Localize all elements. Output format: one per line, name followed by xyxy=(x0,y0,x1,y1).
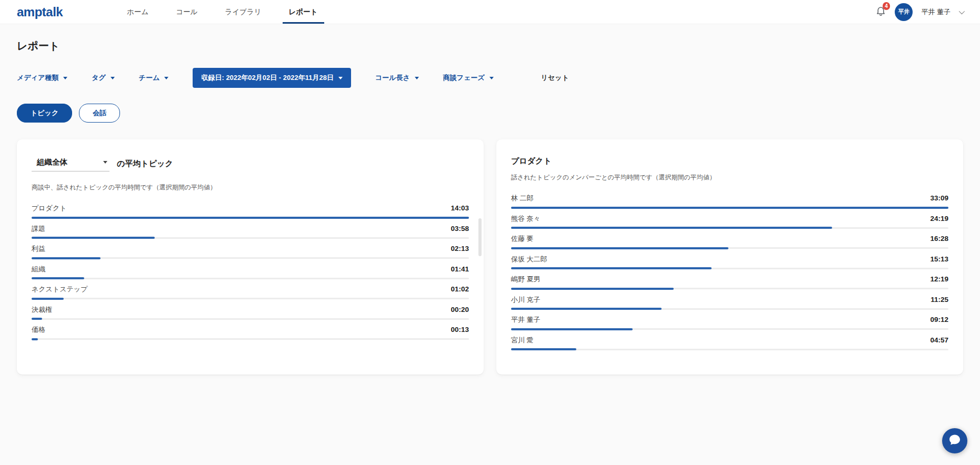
member-row[interactable]: 林 二郎 33:09 xyxy=(511,194,948,208)
topic-row[interactable]: プロダクト 14:03 xyxy=(32,204,469,218)
reset-filters-button[interactable]: リセット xyxy=(541,73,569,83)
chevron-down-icon xyxy=(103,161,107,164)
topic-time: 01:41 xyxy=(451,265,469,273)
progress-bar xyxy=(511,247,728,249)
nav-item-reports[interactable]: レポート xyxy=(275,0,332,24)
main-nav: ホーム コール ライブラリ レポート xyxy=(113,0,331,24)
topic-members-card: プロダクト 話されたトピックのメンバーごとの平均時間です（選択期間の平均値） 林… xyxy=(496,139,963,375)
progress-bar xyxy=(32,338,38,340)
topic-row[interactable]: 決裁権 00:20 xyxy=(32,305,469,320)
chevron-down-icon xyxy=(63,77,67,79)
topic-row[interactable]: ネクストステップ 01:02 xyxy=(32,285,469,299)
topic-members-subtitle: 話されたトピックのメンバーごとの平均時間です（選択期間の平均値） xyxy=(511,173,948,182)
filter-date-range[interactable]: 収録日: 2022年02月02日 - 2022年11月28日 xyxy=(193,68,351,88)
nav-item-calls[interactable]: コール xyxy=(162,0,211,24)
progress-track xyxy=(511,247,948,249)
chevron-down-icon xyxy=(338,77,343,79)
member-row[interactable]: 宮川 愛 04:57 xyxy=(511,336,948,350)
filter-tag[interactable]: タグ xyxy=(92,73,115,83)
topic-time: 00:13 xyxy=(451,326,469,333)
topic-row[interactable]: 課題 03:58 xyxy=(32,224,469,239)
progress-track xyxy=(511,308,948,310)
chevron-down-icon xyxy=(489,77,494,79)
member-name: 佐藤 要 xyxy=(511,234,534,244)
nav-item-library[interactable]: ライブラリ xyxy=(211,0,275,24)
tab-topics[interactable]: トピック xyxy=(17,104,72,123)
progress-bar xyxy=(511,328,633,330)
filter-bar: メディア種類 タグ チーム 収録日: 2022年02月02日 - 2022年11… xyxy=(17,68,963,88)
average-topics-card-header: 組織全体 の平均トピック xyxy=(32,156,469,171)
topic-time: 00:20 xyxy=(451,306,469,314)
progress-track xyxy=(32,298,469,299)
chat-launcher-button[interactable] xyxy=(942,428,967,453)
progress-track xyxy=(511,288,948,289)
filter-deal-phase[interactable]: 商談フェーズ xyxy=(443,73,494,83)
progress-track xyxy=(32,237,469,239)
topic-row[interactable]: 組織 01:41 xyxy=(32,265,469,279)
progress-track xyxy=(32,338,469,340)
member-time: 04:57 xyxy=(930,336,948,344)
topic-label: ネクストステップ xyxy=(32,285,87,294)
chevron-down-icon xyxy=(111,77,115,79)
member-row[interactable]: 熊谷 奈々 24:19 xyxy=(511,214,948,229)
member-time: 15:13 xyxy=(930,255,948,263)
member-row[interactable]: 佐藤 要 16:28 xyxy=(511,234,948,249)
amptalk-logo[interactable]: amptalk xyxy=(17,5,63,19)
topic-time: 03:58 xyxy=(451,225,469,232)
filter-media-type[interactable]: メディア種類 xyxy=(17,73,67,83)
member-name: 保坂 大二郎 xyxy=(511,255,547,264)
topic-label: プロダクト xyxy=(32,204,67,213)
filter-call-length[interactable]: コール長さ xyxy=(375,73,419,83)
topic-label: 利益 xyxy=(32,244,45,254)
filter-media-type-label: メディア種類 xyxy=(17,73,58,83)
progress-track xyxy=(511,268,948,269)
member-name: 熊谷 奈々 xyxy=(511,214,541,224)
average-topics-subtitle: 商談中、話されたトピックの平均時間です（選択期間の平均値） xyxy=(32,183,469,192)
filter-deal-phase-label: 商談フェーズ xyxy=(443,73,485,83)
topic-time: 14:03 xyxy=(451,204,469,212)
progress-bar xyxy=(511,227,832,229)
topics-list: プロダクト 14:03 課題 03:58 xyxy=(32,204,469,340)
filter-tag-label: タグ xyxy=(92,73,106,83)
average-topics-card: 組織全体 の平均トピック 商談中、話されたトピックの平均時間です（選択期間の平均… xyxy=(17,139,484,375)
member-row[interactable]: 嶋野 夏男 12:19 xyxy=(511,275,948,289)
progress-track xyxy=(511,349,948,350)
progress-bar xyxy=(32,257,101,259)
organization-select-value: 組織全体 xyxy=(37,157,67,167)
user-name[interactable]: 平井 董子 xyxy=(921,7,951,17)
card-scrollbar-thumb[interactable] xyxy=(478,218,482,256)
user-avatar[interactable]: 平井 xyxy=(895,3,913,21)
tab-conversation[interactable]: 会話 xyxy=(79,104,120,123)
report-cards: 組織全体 の平均トピック 商談中、話されたトピックの平均時間です（選択期間の平均… xyxy=(17,139,963,375)
user-menu-chevron-down-icon[interactable] xyxy=(959,8,965,14)
member-name: 平井 董子 xyxy=(511,315,541,325)
member-time: 24:19 xyxy=(930,215,948,223)
progress-bar xyxy=(32,237,155,239)
view-tabs: トピック 会話 xyxy=(17,104,963,123)
topic-label: 課題 xyxy=(32,224,45,234)
chat-bubble-icon xyxy=(948,433,961,448)
member-name: 小川 克子 xyxy=(511,295,541,305)
topic-row[interactable]: 価格 00:13 xyxy=(32,325,469,340)
member-row[interactable]: 保坂 大二郎 15:13 xyxy=(511,255,948,269)
notification-count-badge: 4 xyxy=(883,2,891,10)
member-row[interactable]: 小川 克子 11:25 xyxy=(511,295,948,310)
report-page: レポート メディア種類 タグ チーム 収録日: 2022年02月02日 - 20… xyxy=(0,39,980,375)
progress-bar xyxy=(511,348,576,350)
progress-track xyxy=(511,227,948,229)
topbar-right-cluster: 4 平井 平井 董子 xyxy=(875,3,963,21)
topic-label: 組織 xyxy=(32,265,45,274)
member-row[interactable]: 平井 董子 09:12 xyxy=(511,315,948,330)
progress-track xyxy=(32,217,469,218)
organization-select[interactable]: 組織全体 xyxy=(32,156,109,171)
nav-item-home[interactable]: ホーム xyxy=(113,0,162,24)
notification-bell-button[interactable]: 4 xyxy=(875,5,886,18)
topic-time: 02:13 xyxy=(451,245,469,252)
topic-row[interactable]: 利益 02:13 xyxy=(32,244,469,259)
top-navigation-bar: amptalk ホーム コール ライブラリ レポート 4 平井 平井 董子 xyxy=(0,0,980,24)
average-topics-title: の平均トピック xyxy=(117,159,173,169)
filter-date-range-label: 収録日: 2022年02月02日 - 2022年11月28日 xyxy=(201,73,333,83)
filter-team[interactable]: チーム xyxy=(139,73,169,83)
progress-track xyxy=(32,318,469,320)
progress-bar xyxy=(32,277,84,279)
